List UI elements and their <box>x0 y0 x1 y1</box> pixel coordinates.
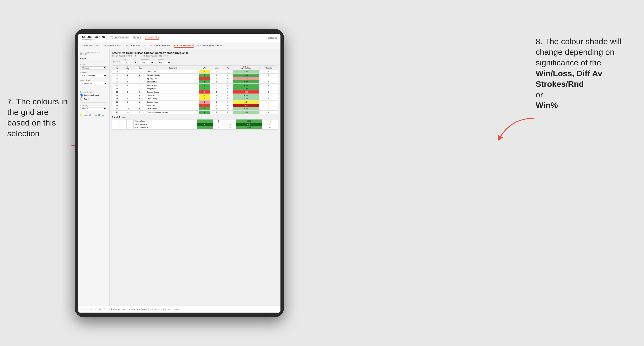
table-cell: 2 <box>133 104 146 107</box>
toolbar-clock[interactable]: ⏱ <box>103 308 106 311</box>
toolbar-save-custom[interactable]: ⊞ Save Custom View <box>128 308 148 311</box>
table-cell: 0 <box>223 87 232 90</box>
colour-legend: Down Level Up <box>80 114 107 116</box>
legend-down-dot <box>80 114 82 116</box>
ood-table-cell: 0 <box>213 123 224 126</box>
grid-area: Katelyn Vo Head-to-Head Grid for Women's… <box>110 49 280 306</box>
table-cell: 1.25 <box>232 97 260 101</box>
table-cell: 2 <box>210 94 223 97</box>
toolbar-redo[interactable]: ↪ <box>89 308 92 311</box>
nav-item-committee[interactable]: COMMITTEE <box>145 36 159 40</box>
radio-top100[interactable]: Top 100 <box>80 97 107 101</box>
table-cell: 2 <box>260 104 278 107</box>
toolbar-undo2[interactable]: ↩ <box>85 308 88 311</box>
subnav-player-h2h-grid[interactable]: PLAYER H2H GRID <box>174 44 194 48</box>
ood-table-cell: 30 <box>262 123 278 126</box>
subnav-player-summary[interactable]: PLAYER SUMMARY <box>150 44 170 47</box>
sidebar-gender-select[interactable]: Women's <box>80 66 107 69</box>
out-of-division-header: Out of division <box>112 116 278 118</box>
table-row: 1311Jessica Huang010-3.002 <box>112 90 278 94</box>
col-loss: Loss <box>210 66 223 70</box>
ood-table-cell: 0 <box>213 126 224 130</box>
ood-table-cell: NAIA Division 1 <box>134 123 197 126</box>
table-row: 522Alexis Sudjianto1004.003 <box>112 74 278 77</box>
col-conf: #Conf <box>133 66 146 70</box>
opponent-filter-select[interactable]: (All) <box>157 61 171 64</box>
toolbar-undo[interactable]: ↩ <box>80 308 83 311</box>
subnav-player-h2h-heatmap[interactable]: PLAYER H2H HEATMAP <box>198 44 222 47</box>
logo-text: SCOREBOARD <box>82 35 106 39</box>
sign-out-link[interactable]: Sign out <box>268 36 276 39</box>
ood-table-cell <box>112 123 120 126</box>
ood-table-cell: NCAA Division 2 <box>134 126 197 130</box>
table-cell: 1 <box>210 90 223 94</box>
table-cell: 1 <box>199 70 210 74</box>
bottom-toolbar: ↩ ↩ ↪ ⊡ ↻ ⏱ 👁 View: Original ⊞ Save Cust… <box>78 306 280 313</box>
table-cell: 2 <box>122 74 133 77</box>
nav-item-teams[interactable]: TEAMS <box>133 36 141 40</box>
opponent-filter-group: Opponent (All) <box>157 59 171 64</box>
table-cell: 3.67 <box>232 80 260 84</box>
sidebar-gender-label: Gender <box>80 64 107 66</box>
table-cell: 0 <box>223 107 232 111</box>
table-cell: 3 <box>260 74 278 77</box>
table-cell: Sydney Kuo <box>146 77 199 80</box>
table-cell: 4.00 <box>232 84 260 87</box>
radio-opponents-played[interactable]: Opponents Played <box>80 94 107 97</box>
table-cell: 1 <box>122 90 133 94</box>
table-cell: 20 <box>112 111 122 114</box>
sidebar-colour-by-select[interactable]: Win/loss <box>80 107 107 110</box>
subnav-team-h2h-grid[interactable]: TEAM H2H GRID <box>104 44 120 47</box>
table-cell: 16 <box>112 101 122 104</box>
logo-area: SCOREBOARD Powered by clippd <box>82 35 106 40</box>
subnav-team-summary[interactable]: TEAM SUMMARY <box>82 44 100 47</box>
conference-filter-label: Conference <box>140 59 154 61</box>
annotation-left: 7. The colours in the grid are based on … <box>7 96 72 139</box>
subnav-team-h2h-heatmap[interactable]: TEAM H2H HEATMAP <box>124 44 146 47</box>
toolbar-refresh[interactable]: ↻ <box>98 308 102 311</box>
table-cell: Heejo Hyun <box>146 87 199 90</box>
toolbar-share[interactable]: Share <box>172 308 180 311</box>
conference-filter-select[interactable]: (All) <box>140 61 154 64</box>
table-cell: 5 <box>133 97 146 101</box>
ood-table-row: NAIA Division 115009.26730 <box>112 123 278 126</box>
table-cell: 6 <box>122 84 133 87</box>
main-content: Last Updated: 27/03/202416:55:38 Player … <box>78 49 280 306</box>
ood-table-cell <box>126 120 134 123</box>
legend-level-dot <box>89 114 91 116</box>
region-filter-select[interactable]: (All) <box>123 61 138 64</box>
table-cell: 4 <box>260 84 278 87</box>
table-cell: Alexis Sudjianto <box>146 74 199 77</box>
table-row: 914Sharon Mun1003.673 <box>112 80 278 84</box>
table-cell: 3 <box>133 84 146 87</box>
table-cell: 7 <box>133 111 146 114</box>
table-cell: 5 <box>112 74 122 77</box>
toolbar-copy[interactable]: ⊡ <box>94 308 97 311</box>
col-reg: #Reg <box>122 66 133 70</box>
toolbar-grid-btn[interactable]: ⊡ <box>167 308 171 311</box>
sidebar-player-rank-select[interactable]: 8. Katelyn Vo <box>80 82 107 85</box>
table-cell: 1 <box>122 101 133 104</box>
table-cell: Sharon Mun <box>146 80 199 84</box>
table-row: 311Esther Lee1011.504 <box>112 70 278 74</box>
region-filter-label: Region <box>123 59 138 61</box>
toolbar-layout[interactable]: ⊞ <box>162 308 166 311</box>
table-cell: 0 <box>223 74 232 77</box>
table-cell: 4 <box>260 70 278 74</box>
nav-item-tournaments[interactable]: TOURNAMENTS <box>110 36 129 40</box>
table-cell: Federica Domecq Lacroze <box>146 111 199 114</box>
ood-table-cell: 0 <box>224 120 236 123</box>
table-cell: Euna Lee <box>146 104 199 107</box>
table-cell: 6 <box>260 111 278 114</box>
ood-table-cell: 7.400 <box>236 126 262 130</box>
sidebar-division-select[interactable]: NCAA Division III <box>80 74 107 77</box>
table-row: 20117Federica Domecq Lacroze2101.336 <box>112 111 278 114</box>
toolbar-view-original[interactable]: 👁 View: Original <box>110 308 126 311</box>
table-cell: 2 <box>133 74 146 77</box>
sidebar-radio-group: Opponents Played Top 100 <box>80 94 107 101</box>
toolbar-watch[interactable]: 👁 Watch <box>150 308 160 311</box>
ood-table-cell <box>119 126 126 130</box>
tablet-frame: SCOREBOARD Powered by clippd TOURNAMENTS… <box>75 29 284 317</box>
table-cell: 14 <box>112 94 122 97</box>
table-cell: -1.00 <box>232 77 260 80</box>
